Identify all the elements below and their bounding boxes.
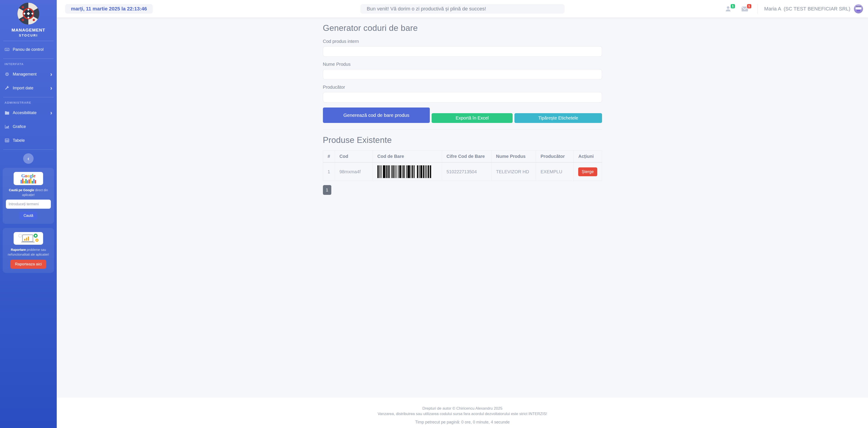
- col-cod-de-bare: Cod de Bare: [373, 151, 442, 163]
- copyright-line: Drepturi de autor © Chiricencu Alexandru…: [57, 406, 868, 411]
- sidebar-item-tabele[interactable]: Tabele: [0, 136, 57, 145]
- cell-cod: 98mxma4f: [335, 162, 373, 181]
- brand-subtitle: STOCURI: [0, 34, 57, 37]
- delete-button[interactable]: Șterge: [578, 167, 597, 176]
- cell-cifre: 510222713504: [442, 162, 491, 181]
- header-divider: [757, 4, 757, 13]
- col-cifre: Cifre Cod de Bare: [442, 151, 491, 163]
- google-search-button[interactable]: Caută: [20, 211, 37, 220]
- gear-icon: [4, 72, 9, 77]
- time-on-page: Timp petrecut pe pagină: 0 ore, 0 minute…: [57, 419, 868, 425]
- google-color-bars: [21, 179, 36, 184]
- cell-nume-produs: TELEVIZOR HD: [491, 162, 536, 181]
- license-line: Vanzarea, distribuirea sau utilizarea co…: [57, 411, 868, 417]
- sidebar-divider: [3, 150, 54, 150]
- cod-produs-intern-input[interactable]: [323, 46, 602, 57]
- google-logo: Google: [13, 172, 43, 185]
- sidebar-item-label: Import date: [13, 86, 33, 91]
- messages-badge: 1: [747, 4, 752, 9]
- brand-title: MANAGEMENT: [0, 28, 57, 33]
- sidebar-divider: [3, 41, 54, 41]
- top-header: marți, 11 martie 2025 la 22:13:46 Bun ve…: [57, 0, 868, 18]
- col-index: #: [323, 151, 335, 163]
- chart-area-icon: [4, 124, 9, 129]
- google-widget-caption: Caută pe Google direct din aplicație!: [6, 188, 51, 197]
- app-logo: [18, 21, 39, 25]
- export-excel-button[interactable]: Exportă în Excel: [432, 113, 513, 123]
- sidebar-item-label: Accesibilitate: [13, 110, 36, 115]
- sidebar-item-label: Panou de control: [13, 47, 43, 52]
- sidebar-collapse-button[interactable]: ‹: [23, 153, 34, 164]
- wrench-icon: [4, 86, 9, 91]
- pagination: 1: [323, 185, 602, 195]
- barcode-image: [377, 165, 431, 178]
- sidebar-section-interfata: INTERFATA: [0, 62, 57, 66]
- users-badge: 1: [730, 4, 736, 9]
- google-search-input[interactable]: [6, 200, 51, 209]
- user-avatar[interactable]: [854, 4, 863, 13]
- col-cod: Cod: [335, 151, 373, 163]
- cell-producator: EXEMPLU: [536, 162, 574, 181]
- content-divider: [323, 129, 602, 130]
- report-button[interactable]: Raporteaza aici: [10, 260, 46, 269]
- products-table: # Cod Cod de Bare Cifre Cod de Bare Nume…: [323, 151, 602, 181]
- field-label-producator: Producător: [323, 85, 602, 90]
- sidebar-item-accesibilitate[interactable]: Accesibilitate ›: [0, 108, 57, 118]
- welcome-message: Bun venit! Vă dorim o zi productivă și p…: [360, 4, 565, 13]
- sidebar-item-label: Tabele: [13, 138, 25, 143]
- print-labels-button[interactable]: Tipărește Etichetele: [515, 113, 602, 123]
- google-search-widget: Google Caută pe Google direct din aplica…: [3, 168, 54, 224]
- users-notification[interactable]: 1: [724, 5, 732, 13]
- col-producator: Producător: [536, 151, 574, 163]
- nume-produs-input[interactable]: [323, 69, 602, 79]
- sidebar-section-administrare: ADMINISTRARE: [0, 101, 57, 104]
- sidebar-item-label: Management: [13, 72, 36, 77]
- chevron-left-icon: ‹: [27, 156, 30, 162]
- field-label-nume-produs: Nume Produs: [323, 62, 602, 67]
- col-nume-produs: Nume Produs: [491, 151, 536, 163]
- col-actiuni: Acțiuni: [574, 151, 602, 163]
- sidebar-item-label: Grafice: [13, 124, 26, 129]
- chevron-right-icon: ›: [50, 86, 52, 90]
- report-illustration: [13, 232, 43, 245]
- cell-index: 1: [323, 162, 335, 181]
- report-widget-caption: Raportare probleme sau nefunctionalitati…: [6, 248, 51, 257]
- products-section-title: Produse Existente: [323, 135, 602, 145]
- page-1-button[interactable]: 1: [323, 185, 331, 195]
- sidebar-item-grafice[interactable]: Grafice: [0, 122, 57, 131]
- sidebar-item-management[interactable]: Management ›: [0, 69, 57, 79]
- sidebar-item-import-date[interactable]: Import date ›: [0, 83, 57, 93]
- chevron-right-icon: ›: [50, 111, 52, 115]
- folder-icon: [4, 110, 9, 115]
- sidebar: MANAGEMENT STOCURI Panou de control INTE…: [0, 0, 57, 428]
- generate-barcode-button[interactable]: Generează cod de bare produs: [323, 107, 430, 123]
- sidebar-item-panou-de-control[interactable]: Panou de control: [0, 45, 57, 54]
- keyboard-icon: [4, 47, 9, 52]
- sidebar-divider: [3, 97, 54, 97]
- chevron-right-icon: ›: [50, 72, 52, 76]
- datetime-pill: marți, 11 martie 2025 la 22:13:46: [65, 4, 153, 13]
- table-row: 1 98mxma4f 510222713504 TELEVIZOR HD EXE…: [323, 162, 602, 181]
- main-area: Generator coduri de bare Cod produs inte…: [57, 18, 868, 195]
- page-title: Generator coduri de bare: [323, 23, 602, 33]
- table-header-row: # Cod Cod de Bare Cifre Cod de Bare Nume…: [323, 151, 602, 163]
- report-widget: Raportare probleme sau nefunctionalitati…: [3, 228, 54, 273]
- messages-notification[interactable]: 1: [741, 5, 749, 13]
- user-name: Maria A (SC TEST BENEFICIAR SRL): [764, 6, 850, 12]
- producator-input[interactable]: [323, 92, 602, 102]
- field-label-cod-produs-intern: Cod produs intern: [323, 39, 602, 44]
- table-icon: [4, 138, 9, 143]
- footer: Drepturi de autor © Chiricencu Alexandru…: [57, 398, 868, 428]
